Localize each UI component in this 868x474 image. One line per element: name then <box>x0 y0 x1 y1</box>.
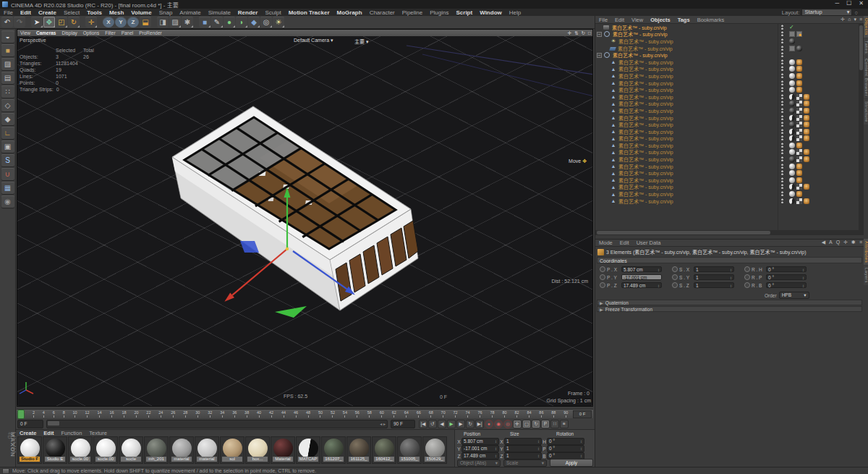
lock-z-axis-button[interactable]: Z <box>127 17 139 27</box>
rotate-view-icon[interactable]: ↻ <box>582 30 585 36</box>
object-row[interactable]: −素白艺术™ - suby.cn/vip <box>595 51 859 59</box>
move-button[interactable]: ✥ <box>43 17 55 27</box>
visibility-dots[interactable] <box>780 143 784 148</box>
uvw-tag-icon[interactable] <box>796 129 802 135</box>
phong-tag-icon[interactable] <box>796 143 802 148</box>
uvw-tag-icon[interactable] <box>796 101 802 106</box>
value-field[interactable]: 0 °↕ <box>766 266 807 272</box>
object-row[interactable]: ▲素白艺术™ - suby.cn/vip <box>595 93 859 101</box>
ball-light-tag-icon[interactable] <box>789 164 795 169</box>
material-item[interactable]: 160412_ <box>372 436 396 464</box>
object-label[interactable]: 素白艺术™ - suby.cn/vip <box>612 24 667 31</box>
object-row[interactable]: ▲素白艺术™ - suby.cn/vip <box>595 142 859 149</box>
key-scale-button[interactable]: ▢ <box>522 420 531 428</box>
object-row[interactable]: ▲素白艺术™ - suby.cn/vip <box>595 72 859 80</box>
object-row[interactable]: ▲素白艺术™ - suby.cn/vip <box>595 177 859 184</box>
object-row[interactable]: −素白艺术™ - suby.cn/vip <box>595 31 859 38</box>
menu-item-character[interactable]: Character <box>366 9 399 16</box>
menu-item-tools[interactable]: Tools <box>83 9 106 16</box>
value-field[interactable]: 1↕ <box>694 274 734 280</box>
object-label[interactable]: 素白艺术™ - suby.cn/vip <box>618 72 673 80</box>
ball-light-tag-icon[interactable] <box>789 143 795 148</box>
tab-attributes[interactable]: Attributes <box>864 239 868 265</box>
object-label[interactable]: 素白艺术™ - suby.cn/vip <box>618 80 673 87</box>
visibility-dots[interactable] <box>780 87 784 93</box>
convert-button[interactable]: ◒ <box>1 30 14 43</box>
key-rotation-button[interactable]: ↻ <box>532 420 540 428</box>
lock-x-axis-button[interactable]: X <box>103 17 114 27</box>
ball-half-tag-icon[interactable] <box>789 184 795 190</box>
phong-tag-icon[interactable] <box>796 170 802 176</box>
record-dot[interactable] <box>744 282 750 288</box>
phong-tag-icon[interactable] <box>804 149 809 155</box>
uvw-tag-icon[interactable] <box>796 184 802 190</box>
material-item[interactable]: Studio E <box>43 436 67 464</box>
material-item[interactable]: 151005_ <box>397 436 422 464</box>
am-menu-icon[interactable]: ✛ <box>843 240 848 245</box>
visibility-dots[interactable] <box>780 149 784 155</box>
points-mode-button[interactable]: ∷ <box>1 85 14 98</box>
menu-item-select[interactable]: Select <box>60 9 83 16</box>
key-pla-button[interactable]: ∷ <box>550 420 559 428</box>
key-parameter-button[interactable]: P <box>541 420 550 428</box>
object-label[interactable]: 素白艺术™ - suby.cn/vip <box>618 65 673 72</box>
object-row[interactable]: ▲素白艺术™ - suby.cn/vip <box>595 135 859 143</box>
floor-environment-button[interactable]: ◆ <box>248 17 260 27</box>
material-item[interactable]: Material <box>271 436 295 464</box>
ball-light-tag-icon[interactable] <box>789 170 795 176</box>
object-label[interactable]: 素白艺术™ - suby.cn/vip <box>618 100 673 107</box>
ball-dark-tag-icon[interactable] <box>789 101 795 106</box>
camera-object-button[interactable]: ◎ <box>260 17 272 27</box>
menu-item-help[interactable]: Help <box>506 9 524 16</box>
visibility-dots[interactable] <box>780 184 784 190</box>
object-row[interactable]: ▲素白艺术™ - suby.cn/vip <box>595 169 859 177</box>
enable-snap-button[interactable]: S <box>1 154 14 166</box>
edges-mode-button[interactable]: ◇ <box>1 99 14 111</box>
visibility-dots[interactable] <box>780 129 784 135</box>
value-field[interactable]: -17.001 cm↕ <box>461 445 499 452</box>
object-label[interactable]: 素白艺术™ - suby.cn/vip <box>618 177 673 184</box>
phong-tag-icon[interactable] <box>804 122 809 127</box>
check-tag-icon[interactable]: ✓ <box>789 25 794 30</box>
phong-tag-icon[interactable] <box>804 184 809 190</box>
phong-tag-icon[interactable] <box>804 156 809 162</box>
ball-half-tag-icon[interactable] <box>789 129 795 135</box>
expander-icon[interactable]: − <box>597 32 602 37</box>
dope-sheet-button[interactable]: ≡ <box>560 420 569 428</box>
coordinate-system-button[interactable]: ⬓ <box>140 17 151 27</box>
menu-item-panel[interactable]: Panel <box>119 30 137 35</box>
object-label[interactable]: 素白艺术™ - suby.cn/vip <box>618 93 673 101</box>
visibility-dots[interactable] <box>780 115 784 121</box>
tab-structure[interactable]: Structure <box>864 99 868 124</box>
am-menu-icon[interactable]: ✱ <box>851 240 856 245</box>
uvw-tag-icon[interactable] <box>796 122 802 127</box>
value-field[interactable]: 5.807 cm↕ <box>621 266 662 272</box>
material-item[interactable]: material <box>195 436 219 464</box>
menu-item-plugins[interactable]: Plugins <box>426 9 452 16</box>
am-menu-icon[interactable]: Q <box>836 240 840 245</box>
ball-light-tag-icon[interactable] <box>789 66 795 72</box>
tab-takes[interactable]: Takes <box>864 38 868 56</box>
object-label[interactable]: 素白艺术™ - suby.cn/vip <box>618 183 673 190</box>
visibility-dots[interactable] <box>780 38 784 44</box>
object-label[interactable]: 素白艺术™ - suby.cn/vip <box>618 114 673 122</box>
uvw-tag-icon[interactable] <box>796 135 802 141</box>
subdivision-surface-button[interactable]: ● <box>224 17 235 27</box>
render-settings-button[interactable]: ✱ <box>182 17 193 27</box>
object-row[interactable]: ☀素白艺术™ - suby.cn/vip <box>595 38 859 45</box>
phong-tag-icon[interactable] <box>796 73 802 79</box>
object-row[interactable]: ▲素白艺术™ - suby.cn/vip <box>595 190 859 198</box>
menu-item-tags[interactable]: Tags <box>674 17 694 23</box>
material-item[interactable]: 150629_ <box>422 436 447 464</box>
timeline-ruler[interactable]: 0246810121416182022242628303234363840424… <box>17 409 593 418</box>
tab-objects[interactable]: Objects <box>864 16 868 38</box>
visibility-dots[interactable] <box>780 66 784 72</box>
object-row[interactable]: ▲素白艺术™ - suby.cn/vip <box>595 121 859 128</box>
phong-tag-icon[interactable] <box>796 80 802 86</box>
value-field[interactable]: -17.001 cm↕ <box>621 274 662 280</box>
object-label[interactable]: 素白艺术™ - suby.cn/vip <box>618 135 673 142</box>
maximize-button[interactable]: ☐ <box>846 0 851 7</box>
menu-item-volume[interactable]: Volume <box>127 9 155 16</box>
tab-content-browser[interactable]: Content Browser <box>864 56 868 98</box>
menu-item-objects[interactable]: Objects <box>647 17 674 23</box>
